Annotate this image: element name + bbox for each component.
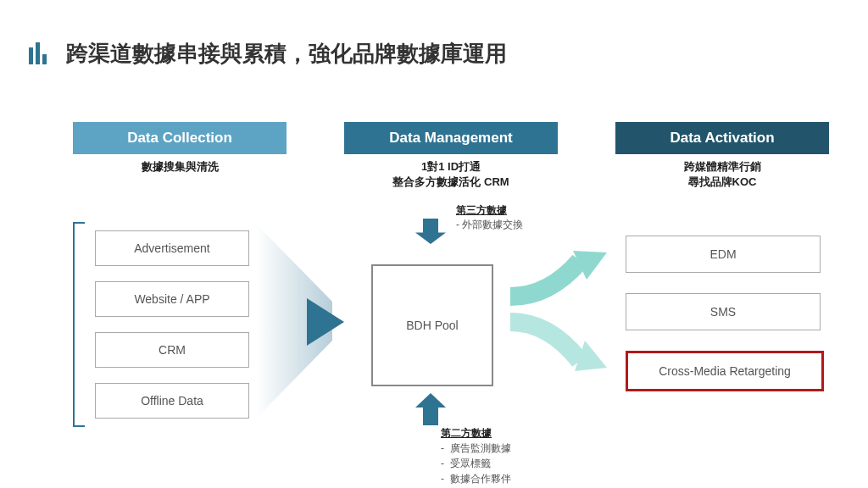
left-box-website: Website / APP (95, 281, 249, 317)
diverge-arrow-down-icon (507, 315, 609, 374)
arrow-up-icon (415, 393, 446, 425)
bdh-pool-box: BDH Pool (371, 264, 493, 386)
diverge-arrow-up-icon (507, 249, 609, 300)
svg-rect-0 (29, 47, 33, 64)
col-sub-management: 1對1 ID打通整合多方數據活化 CRM (344, 159, 558, 190)
second-party-line: - 數據合作夥伴 (441, 471, 511, 486)
arrow-right-icon (307, 298, 344, 346)
right-box-crossmedia: Cross-Media Retargeting (626, 351, 824, 391)
second-party-note: 第二方數據 - 廣告監測數據 - 受眾標籤 - 數據合作夥伴 (441, 425, 511, 486)
left-box-offline: Offline Data (95, 383, 249, 419)
col-sub-collection: 數據搜集與清洗 (73, 159, 287, 175)
col-sub-activation: 跨媒體精準行銷尋找品牌KOC (615, 159, 829, 190)
second-party-heading: 第二方數據 (441, 425, 511, 441)
right-box-edm: EDM (626, 236, 821, 273)
title-row: 跨渠道數據串接與累積，強化品牌數據庫運用 (27, 39, 507, 69)
third-party-heading: 第三方數據 (456, 203, 523, 218)
col-head-activation: Data Activation (615, 122, 829, 154)
second-party-line: - 廣告監測數據 (441, 441, 511, 456)
third-party-line: - 外部數據交換 (456, 218, 523, 232)
svg-rect-1 (36, 42, 40, 64)
bars-icon (27, 42, 51, 66)
arrow-down-icon (415, 219, 446, 244)
col-head-management: Data Management (344, 122, 558, 154)
left-box-crm: CRM (95, 332, 249, 368)
left-bracket (73, 222, 85, 427)
third-party-note: 第三方數據 - 外部數據交換 (456, 203, 523, 233)
right-box-sms: SMS (626, 293, 821, 330)
left-box-advertisement: Advertisement (95, 230, 249, 266)
second-party-line: - 受眾標籤 (441, 456, 511, 471)
slide: 跨渠道數據串接與累積，強化品牌數據庫運用 Data Collection Dat… (0, 0, 868, 488)
slide-title: 跨渠道數據串接與累積，強化品牌數據庫運用 (66, 39, 507, 69)
svg-rect-2 (42, 54, 47, 64)
col-head-collection: Data Collection (73, 122, 287, 154)
